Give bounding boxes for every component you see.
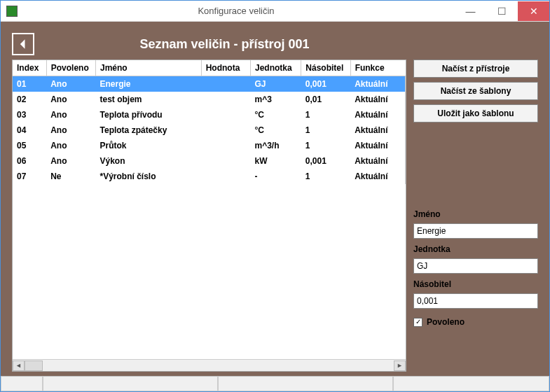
quantities-table[interactable]: Index Povoleno Jméno Hodnota Jednotka Ná…	[13, 60, 406, 184]
check-icon: ✓	[415, 318, 421, 326]
cell-jednotka: °C	[251, 107, 301, 122]
app-icon	[6, 6, 18, 17]
load-from-template-button[interactable]: Načíst ze šablony	[413, 82, 538, 100]
cell-index: 05	[13, 138, 46, 153]
table-body: 01AnoEnergieGJ0,001Aktuální02Anotest obj…	[13, 76, 406, 185]
scroll-right-arrow-icon[interactable]: ►	[394, 360, 406, 371]
scroll-track[interactable]	[25, 360, 394, 371]
col-header-nasobitel[interactable]: Násobitel	[301, 60, 350, 76]
cell-jmeno: Energie	[96, 76, 202, 92]
client-area: Seznam veličin - přístroj 001 Index Povo…	[1, 22, 549, 376]
minimize-button[interactable]: —	[455, 1, 486, 21]
spacer	[413, 127, 538, 204]
povoleno-row: ✓ Povoleno	[413, 317, 538, 327]
cell-funkce: Aktuální	[350, 122, 405, 138]
cell-jmeno: Teplota přívodu	[96, 107, 202, 122]
status-cell-2	[218, 376, 393, 391]
cell-nasobitel: 1	[301, 122, 350, 138]
close-button[interactable]: ✕	[518, 1, 549, 21]
cell-index: 07	[13, 169, 46, 184]
save-as-template-button[interactable]: Uložit jako šablonu	[413, 104, 538, 122]
cell-index: 04	[13, 122, 46, 138]
table-body-area: Index Povoleno Jméno Hodnota Jednotka Ná…	[13, 60, 406, 359]
col-header-funkce[interactable]: Funkce	[350, 60, 405, 76]
nasobitel-label: Násobitel	[413, 279, 538, 289]
table-row[interactable]: 07Ne*Výrobní číslo-1Aktuální	[13, 169, 406, 184]
cell-povoleno: Ano	[46, 76, 95, 92]
status-cell-1	[43, 376, 218, 391]
table-row[interactable]: 05AnoPrůtokm^3/h1Aktuální	[13, 138, 406, 153]
cell-funkce: Aktuální	[350, 107, 405, 122]
header-row: Seznam veličin - přístroj 001	[12, 33, 406, 55]
cell-funkce: Aktuální	[350, 92, 405, 107]
cell-jmeno: test objem	[96, 92, 202, 107]
status-cell-0	[1, 376, 43, 391]
table-row[interactable]: 02Anotest objemm^30,01Aktuální	[13, 92, 406, 107]
cell-jednotka: GJ	[251, 76, 301, 92]
table-row[interactable]: 06AnoVýkonkW0,001Aktuální	[13, 153, 406, 169]
cell-povoleno: Ano	[46, 122, 95, 138]
col-header-povoleno[interactable]: Povoleno	[46, 60, 95, 76]
arrow-left-icon	[16, 37, 30, 51]
cell-index: 02	[13, 92, 46, 107]
jmeno-input[interactable]	[413, 223, 538, 239]
horizontal-scrollbar[interactable]: ◄ ►	[13, 359, 406, 371]
cell-jmeno: *Výrobní číslo	[96, 169, 202, 184]
cell-nasobitel: 0,001	[301, 153, 350, 169]
load-from-device-button[interactable]: Načíst z přístroje	[413, 59, 538, 78]
cell-funkce: Aktuální	[350, 138, 405, 153]
table-row[interactable]: 03AnoTeplota přívodu°C1Aktuální	[13, 107, 406, 122]
table-container: Index Povoleno Jméno Hodnota Jednotka Ná…	[12, 59, 406, 372]
jmeno-label: Jméno	[413, 209, 538, 219]
back-button[interactable]	[12, 33, 34, 55]
cell-jmeno: Teplota zpátečky	[96, 122, 202, 138]
page-title: Seznam veličin - přístroj 001	[43, 37, 406, 52]
cell-index: 01	[13, 76, 46, 92]
main-row: Seznam veličin - přístroj 001 Index Povo…	[12, 33, 538, 372]
col-header-hodnota[interactable]: Hodnota	[201, 60, 250, 76]
cell-nasobitel: 1	[301, 107, 350, 122]
povoleno-checkbox[interactable]: ✓	[413, 318, 422, 327]
cell-povoleno: Ano	[46, 138, 95, 153]
col-header-index[interactable]: Index	[13, 60, 46, 76]
cell-povoleno: Ano	[46, 92, 95, 107]
cell-povoleno: Ano	[46, 107, 95, 122]
cell-povoleno: Ne	[46, 169, 95, 184]
titlebar: Konfigurace veličin — ☐ ✕	[1, 1, 549, 22]
right-column: Načíst z přístroje Načíst ze šablony Ulo…	[413, 33, 538, 372]
statusbar	[1, 376, 549, 391]
cell-funkce: Aktuální	[350, 76, 405, 92]
cell-jmeno: Výkon	[96, 153, 202, 169]
cell-povoleno: Ano	[46, 153, 95, 169]
status-cell-3	[393, 376, 549, 391]
col-header-jmeno[interactable]: Jméno	[96, 60, 202, 76]
cell-index: 06	[13, 153, 46, 169]
scroll-thumb[interactable]	[25, 360, 43, 371]
cell-jednotka: m^3/h	[251, 138, 301, 153]
table-row[interactable]: 04AnoTeplota zpátečky°C1Aktuální	[13, 122, 406, 138]
cell-jednotka: kW	[251, 153, 301, 169]
cell-jmeno: Průtok	[96, 138, 202, 153]
jednotka-input[interactable]	[413, 258, 538, 274]
left-column: Seznam veličin - přístroj 001 Index Povo…	[12, 33, 406, 372]
col-header-jednotka[interactable]: Jednotka	[251, 60, 301, 76]
cell-jednotka: m^3	[251, 92, 301, 107]
maximize-button[interactable]: ☐	[486, 1, 518, 21]
window-controls: — ☐ ✕	[455, 1, 549, 21]
cell-hodnota	[201, 138, 250, 153]
cell-nasobitel: 1	[301, 138, 350, 153]
table-row[interactable]: 01AnoEnergieGJ0,001Aktuální	[13, 76, 406, 92]
cell-hodnota	[201, 107, 250, 122]
cell-hodnota	[201, 92, 250, 107]
cell-hodnota	[201, 169, 250, 184]
cell-nasobitel: 0,001	[301, 76, 350, 92]
cell-hodnota	[201, 153, 250, 169]
window: Konfigurace veličin — ☐ ✕ Seznam veličin…	[0, 0, 550, 392]
jednotka-label: Jednotka	[413, 244, 538, 254]
scroll-left-arrow-icon[interactable]: ◄	[13, 360, 25, 371]
cell-nasobitel: 1	[301, 169, 350, 184]
nasobitel-input[interactable]	[413, 293, 538, 309]
cell-hodnota	[201, 122, 250, 138]
cell-jednotka: °C	[251, 122, 301, 138]
cell-hodnota	[201, 76, 250, 92]
